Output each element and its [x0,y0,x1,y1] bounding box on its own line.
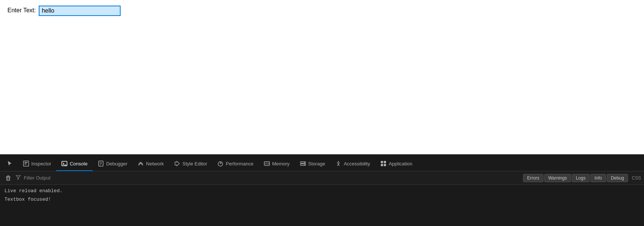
tab-bar: Inspector Console Debugger [0,155,644,171]
svg-rect-20 [381,161,383,163]
tab-inspector[interactable]: Inspector [18,156,56,171]
tab-accessibility[interactable]: Accessibility [330,156,375,171]
tab-storage-label: Storage [308,161,325,167]
svg-rect-2 [25,164,26,164]
page-content: Enter Text: [0,0,644,154]
tab-application[interactable]: Application [375,156,418,171]
tab-console-label: Console [70,161,87,167]
tab-debugger[interactable]: Debugger [93,156,133,171]
log-level-buttons: Errors Warnings Logs Info Debug CSS [523,174,641,182]
text-input[interactable] [39,6,121,16]
svg-point-18 [304,164,305,165]
accessibility-icon [335,161,341,167]
svg-point-17 [304,162,305,163]
tab-console[interactable]: Console [56,156,93,171]
enter-text-label: Enter Text: [7,7,36,14]
tab-performance-label: Performance [226,161,253,167]
storage-icon [300,161,306,167]
svg-rect-23 [384,164,386,166]
tab-application-label: Application [389,161,412,167]
svg-rect-1 [25,162,28,163]
tab-accessibility-label: Accessibility [344,161,370,167]
style-editor-icon [174,161,180,167]
tab-debugger-label: Debugger [106,161,127,167]
errors-button[interactable]: Errors [523,174,543,182]
console-output: Live reload enabled. Textbox focused! [0,185,644,226]
tab-storage[interactable]: Storage [295,156,331,171]
filter-icon [16,175,21,181]
svg-rect-22 [381,164,383,166]
trash-icon [5,175,11,181]
tab-style-editor-label: Style Editor [182,161,207,167]
console-line-1: Live reload enabled. [4,187,640,196]
tab-style-editor[interactable]: Style Editor [169,156,212,171]
application-icon [380,161,386,167]
inspector-icon [23,161,29,167]
debug-button[interactable]: Debug [607,174,628,182]
tab-network[interactable]: Network [133,156,169,171]
performance-icon [217,161,223,167]
warnings-button[interactable]: Warnings [544,174,571,182]
tab-pickup[interactable] [1,156,18,171]
console-line-2: Textbox focused! [4,196,640,204]
pickup-icon [7,161,13,167]
tab-network-label: Network [146,161,164,167]
memory-icon [264,161,270,167]
filter-output-label: Filter Output [24,175,51,181]
debugger-icon [98,161,104,167]
tab-memory[interactable]: Memory [259,156,295,171]
devtools-panel: Inspector Console Debugger [0,154,644,226]
toolbar-row: Filter Output Errors Warnings Logs Info … [0,171,644,185]
tab-performance[interactable]: Performance [212,156,258,171]
info-button[interactable]: Info [590,174,606,182]
svg-point-19 [338,161,339,162]
css-label: CSS [632,175,641,181]
network-icon [138,161,144,167]
console-icon [61,161,67,167]
tab-memory-label: Memory [272,161,290,167]
svg-rect-21 [384,161,386,163]
tab-inspector-label: Inspector [31,161,51,167]
logs-button[interactable]: Logs [572,174,590,182]
clear-console-button[interactable] [3,173,13,183]
